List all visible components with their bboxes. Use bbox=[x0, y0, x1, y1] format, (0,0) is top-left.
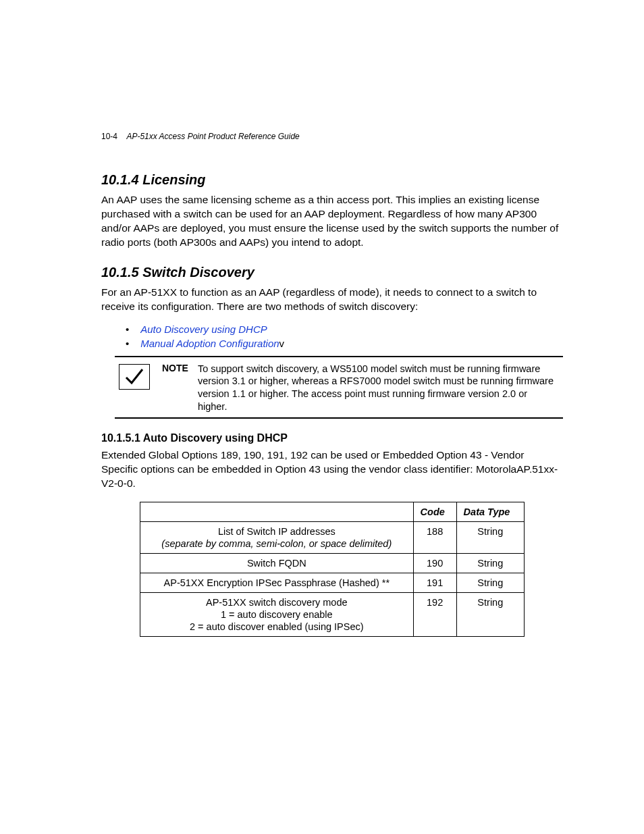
auto-discovery-body: Extended Global Options 189, 190, 191, 1… bbox=[101, 448, 563, 491]
note-box: NOTE To support switch discovery, a WS51… bbox=[115, 356, 563, 419]
subsection-title: Auto Discovery using DHCP bbox=[143, 432, 288, 444]
discovery-links: Auto Discovery using DHCP Manual Adoptio… bbox=[128, 323, 563, 349]
cell-type: String bbox=[456, 573, 524, 592]
section-discovery-heading: 10.1.5 Switch Discovery bbox=[101, 265, 563, 280]
cell-type: String bbox=[456, 553, 524, 573]
doc-title: AP-51xx Access Point Product Reference G… bbox=[126, 132, 299, 141]
checkmark-icon bbox=[119, 364, 150, 390]
page-number: 10-4 bbox=[101, 132, 117, 141]
col-code-header: Code bbox=[413, 502, 456, 521]
desc-main: AP-51XX switch discovery mode bbox=[206, 597, 348, 608]
table-row: AP-51XX switch discovery mode 1 = auto d… bbox=[140, 592, 525, 636]
desc-sub: (separate by comma, semi-colon, or space… bbox=[147, 538, 406, 549]
licensing-body: An AAP uses the same licensing scheme as… bbox=[101, 193, 563, 250]
table-header-row: Code Data Type bbox=[140, 502, 525, 521]
table-row: List of Switch IP addresses (separate by… bbox=[140, 521, 525, 553]
cell-desc: AP-51XX switch discovery mode 1 = auto d… bbox=[140, 592, 414, 636]
note-label: NOTE bbox=[162, 361, 198, 373]
section-number: 10.1.4 bbox=[101, 172, 139, 187]
content: 10.1.4 Licensing An AAP uses the same li… bbox=[101, 172, 563, 637]
subsection-auto-discovery-heading: 10.1.5.1 Auto Discovery using DHCP bbox=[101, 432, 563, 444]
table-row: Switch FQDN 190 String bbox=[140, 553, 525, 573]
section-licensing-heading: 10.1.4 Licensing bbox=[101, 172, 563, 188]
cell-desc: List of Switch IP addresses (separate by… bbox=[140, 521, 414, 553]
link-suffix: v bbox=[279, 338, 285, 349]
cell-code: 190 bbox=[413, 553, 456, 573]
discovery-body: For an AP-51XX to function as an AAP (re… bbox=[101, 286, 563, 314]
desc-line2: 1 = auto discovery enable bbox=[147, 609, 406, 620]
cell-code: 188 bbox=[413, 521, 456, 553]
subsection-number: 10.1.5.1 bbox=[101, 432, 140, 444]
cell-type: String bbox=[456, 521, 524, 553]
page: 10-4 AP-51xx Access Point Product Refere… bbox=[0, 0, 644, 834]
desc-line3: 2 = auto discover enabled (using IPSec) bbox=[147, 621, 406, 632]
list-item: Manual Adoption Configurationv bbox=[128, 338, 563, 349]
col-desc-header bbox=[140, 502, 414, 521]
link-auto-discovery[interactable]: Auto Discovery using DHCP bbox=[140, 323, 267, 335]
section-title: Switch Discovery bbox=[142, 265, 254, 280]
desc-main: List of Switch IP addresses bbox=[218, 526, 336, 537]
cell-code: 191 bbox=[413, 573, 456, 592]
section-title: Licensing bbox=[142, 172, 205, 187]
col-type-header: Data Type bbox=[456, 502, 524, 521]
page-header: 10-4 AP-51xx Access Point Product Refere… bbox=[101, 132, 300, 141]
cell-code: 192 bbox=[413, 592, 456, 636]
dhcp-options-table: Code Data Type List of Switch IP address… bbox=[140, 502, 525, 637]
section-number: 10.1.5 bbox=[101, 265, 139, 280]
cell-desc: Switch FQDN bbox=[140, 553, 414, 573]
list-item: Auto Discovery using DHCP bbox=[128, 323, 563, 335]
cell-desc: AP-51XX Encryption IPSec Passphrase (Has… bbox=[140, 573, 414, 592]
table-row: AP-51XX Encryption IPSec Passphrase (Has… bbox=[140, 573, 525, 592]
cell-type: String bbox=[456, 592, 524, 636]
note-text: To support switch discovery, a WS5100 mo… bbox=[198, 361, 563, 413]
link-manual-adoption[interactable]: Manual Adoption Configuration bbox=[140, 338, 279, 349]
